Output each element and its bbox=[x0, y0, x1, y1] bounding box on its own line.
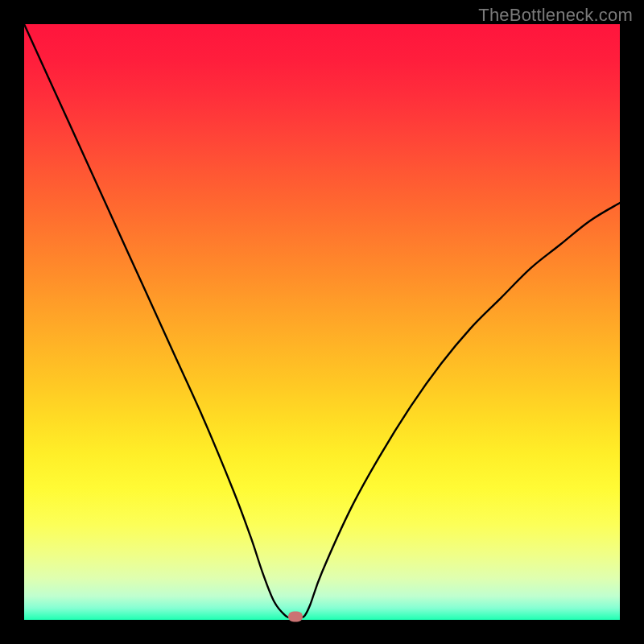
curve-path bbox=[24, 24, 620, 617]
bottleneck-curve bbox=[24, 24, 620, 620]
optimum-marker bbox=[288, 611, 303, 621]
chart-frame: TheBottleneck.com bbox=[0, 0, 644, 644]
plot-area bbox=[24, 24, 620, 620]
watermark-text: TheBottleneck.com bbox=[478, 5, 633, 26]
